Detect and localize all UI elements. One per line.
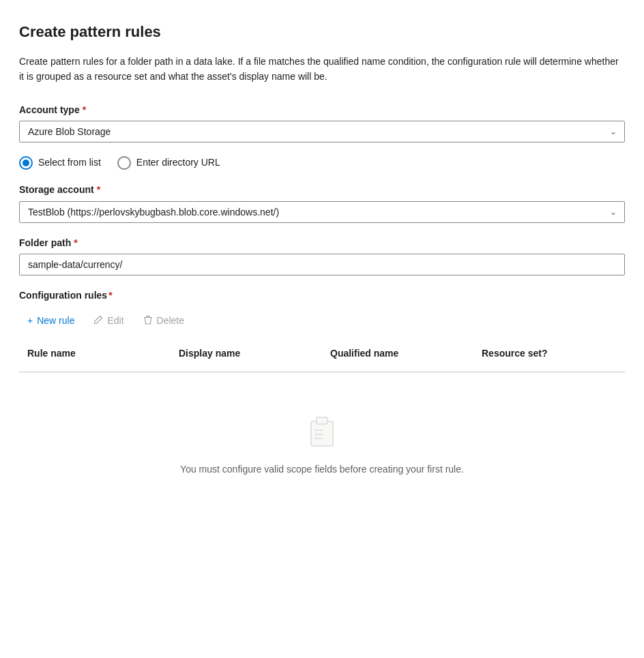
clipboard-icon xyxy=(304,413,340,453)
required-indicator-4: * xyxy=(108,289,112,303)
new-rule-label: New rule xyxy=(37,315,74,326)
delete-label: Delete xyxy=(157,315,184,326)
enter-directory-url-option[interactable]: Enter directory URL xyxy=(117,156,220,170)
svg-rect-5 xyxy=(315,430,317,431)
col-header-display-name: Display name xyxy=(171,342,322,366)
svg-rect-0 xyxy=(144,317,152,318)
account-type-section: Account type* Azure Blob Storage ⌄ xyxy=(19,104,625,143)
delete-button[interactable]: Delete xyxy=(135,311,192,331)
svg-rect-7 xyxy=(315,434,317,435)
rules-toolbar: + New rule Edit xyxy=(19,311,625,331)
edit-icon xyxy=(93,315,103,327)
table-header: Rule name Display name Qualified name Re… xyxy=(19,342,625,372)
plus-icon: + xyxy=(27,315,33,326)
source-selection-group: Select from list Enter directory URL xyxy=(19,156,625,170)
folder-path-label: Folder path* xyxy=(19,237,625,250)
svg-rect-1 xyxy=(146,316,150,317)
storage-account-select[interactable]: TestBlob (https://perlovskybugbash.blob.… xyxy=(19,201,625,223)
select-from-list-radio[interactable] xyxy=(19,156,33,170)
page-title: Create pattern rules xyxy=(19,22,625,43)
account-type-select-wrapper: Azure Blob Storage ⌄ xyxy=(19,121,625,143)
account-type-select[interactable]: Azure Blob Storage xyxy=(19,121,625,143)
configuration-rules-section: Configuration rules* + New rule Edit xyxy=(19,289,625,517)
svg-rect-3 xyxy=(317,417,327,424)
delete-icon xyxy=(143,315,153,327)
storage-account-select-wrapper: TestBlob (https://perlovskybugbash.blob.… xyxy=(19,201,625,223)
rules-table: Rule name Display name Qualified name Re… xyxy=(19,342,625,518)
page-description: Create pattern rules for a folder path i… xyxy=(19,54,619,85)
select-from-list-option[interactable]: Select from list xyxy=(19,156,101,170)
configuration-rules-title: Configuration rules* xyxy=(19,289,625,303)
col-header-resource-set: Resource set? xyxy=(473,342,625,366)
empty-state-message: You must configure valid scope fields be… xyxy=(180,463,464,477)
storage-account-label: Storage account* xyxy=(19,183,625,197)
folder-path-section: Folder path* xyxy=(19,237,625,276)
folder-path-input[interactable] xyxy=(19,254,625,275)
select-from-list-label: Select from list xyxy=(38,156,101,170)
empty-state: You must configure valid scope fields be… xyxy=(19,372,625,518)
enter-directory-url-radio[interactable] xyxy=(117,156,131,170)
account-type-label: Account type* xyxy=(19,104,625,117)
required-indicator-3: * xyxy=(74,237,77,250)
svg-rect-9 xyxy=(315,438,317,439)
edit-label: Edit xyxy=(107,315,123,326)
edit-button[interactable]: Edit xyxy=(85,311,132,331)
col-header-rule-name: Rule name xyxy=(19,342,171,366)
col-header-qualified-name: Qualified name xyxy=(322,342,473,366)
required-indicator-2: * xyxy=(97,183,100,197)
new-rule-button[interactable]: + New rule xyxy=(19,311,83,330)
storage-account-section: Storage account* TestBlob (https://perlo… xyxy=(19,183,625,223)
enter-directory-url-label: Enter directory URL xyxy=(136,156,220,170)
required-indicator: * xyxy=(83,104,86,117)
